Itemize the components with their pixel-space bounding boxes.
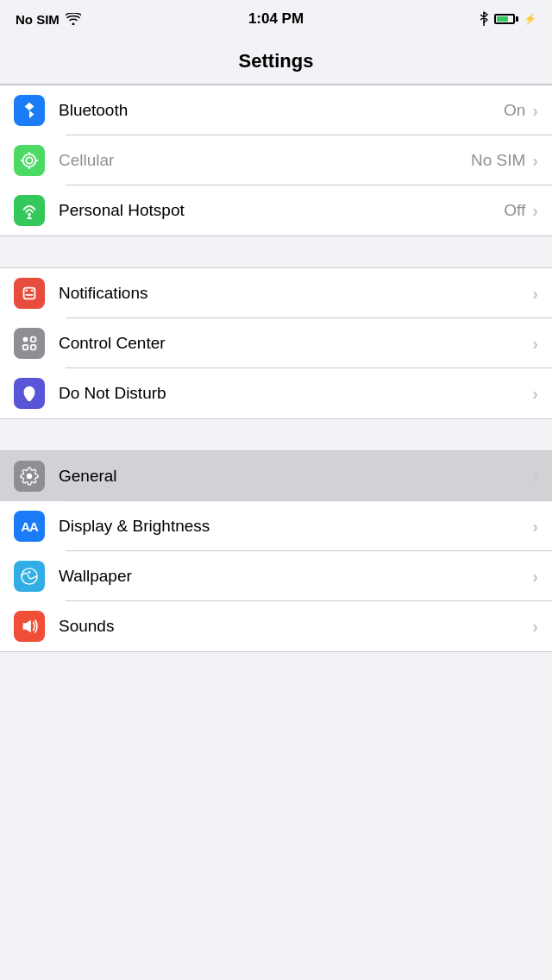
display-icon-text: AA xyxy=(21,519,38,534)
section-gap-2 xyxy=(0,419,552,450)
svg-rect-13 xyxy=(25,294,33,296)
do-not-disturb-icon xyxy=(14,378,45,409)
nav-bar: Settings xyxy=(0,38,552,85)
status-left: No SIM xyxy=(16,12,81,27)
control-center-label: Control Center xyxy=(59,334,525,353)
chevron-icon: › xyxy=(532,518,538,535)
chevron-icon: › xyxy=(532,568,538,585)
battery-icon xyxy=(494,14,518,24)
settings-row-bluetooth[interactable]: Bluetooth On › xyxy=(0,85,552,135)
bluetooth-icon xyxy=(14,95,45,126)
carrier-label: No SIM xyxy=(16,12,60,27)
status-bar: No SIM 1:04 PM ⚡ xyxy=(0,0,552,38)
cellular-label: Cellular xyxy=(59,151,471,170)
general-label: General xyxy=(59,467,525,486)
bluetooth-label: Bluetooth xyxy=(59,101,504,120)
page-title: Settings xyxy=(239,50,314,72)
svg-point-19 xyxy=(28,571,31,574)
wifi-icon xyxy=(66,13,81,25)
wallpaper-label: Wallpaper xyxy=(59,567,525,586)
settings-group-system1: Notifications › Control Center › Do Not … xyxy=(0,267,552,419)
charging-icon: ⚡ xyxy=(524,13,536,25)
svg-marker-20 xyxy=(23,620,31,633)
chevron-icon: › xyxy=(532,335,538,352)
hotspot-icon xyxy=(14,195,45,226)
chevron-icon: › xyxy=(532,102,538,119)
svg-point-2 xyxy=(26,157,32,163)
settings-row-control-center[interactable]: Control Center › xyxy=(0,318,552,368)
cellular-icon xyxy=(14,145,45,176)
sounds-label: Sounds xyxy=(59,617,525,636)
wallpaper-icon xyxy=(14,561,45,592)
status-right: ⚡ xyxy=(479,11,536,27)
do-not-disturb-label: Do Not Disturb xyxy=(59,384,525,403)
settings-row-notifications[interactable]: Notifications › xyxy=(0,268,552,318)
settings-row-hotspot[interactable]: Personal Hotspot Off › xyxy=(0,185,552,236)
chevron-icon: › xyxy=(532,285,538,302)
svg-point-7 xyxy=(28,213,31,217)
chevron-icon: › xyxy=(532,385,538,402)
settings-row-display[interactable]: AA Display & Brightness › xyxy=(0,501,552,551)
bluetooth-value: On xyxy=(504,101,525,120)
settings-row-cellular[interactable]: Cellular No SIM › xyxy=(0,135,552,185)
settings-row-sounds[interactable]: Sounds › xyxy=(0,601,552,651)
section-gap-1 xyxy=(0,236,552,267)
svg-rect-17 xyxy=(31,345,36,350)
settings-group-system2: General › AA Display & Brightness › Wall… xyxy=(0,450,552,652)
hotspot-label: Personal Hotspot xyxy=(59,201,504,220)
svg-point-12 xyxy=(31,289,34,292)
svg-point-1 xyxy=(23,154,36,167)
svg-rect-15 xyxy=(31,337,36,342)
svg-rect-14 xyxy=(23,337,28,342)
svg-point-11 xyxy=(25,289,28,292)
settings-row-general[interactable]: General › xyxy=(0,451,552,501)
display-label: Display & Brightness xyxy=(59,517,525,536)
bluetooth-status-icon xyxy=(479,11,489,27)
settings-row-wallpaper[interactable]: Wallpaper › xyxy=(0,551,552,601)
cellular-value: No SIM xyxy=(471,151,525,170)
chevron-icon: › xyxy=(532,618,538,635)
notifications-icon xyxy=(14,278,45,309)
svg-rect-10 xyxy=(24,288,35,299)
notifications-label: Notifications xyxy=(59,284,525,303)
settings-row-do-not-disturb[interactable]: Do Not Disturb › xyxy=(0,368,552,418)
settings-group-connectivity: Bluetooth On › Cellular No SIM › xyxy=(0,85,552,236)
svg-rect-16 xyxy=(23,345,28,350)
chevron-icon: › xyxy=(532,152,538,169)
status-time: 1:04 PM xyxy=(248,10,304,28)
hotspot-value: Off xyxy=(504,201,525,220)
sounds-icon xyxy=(14,611,45,642)
svg-point-18 xyxy=(27,474,32,479)
general-icon xyxy=(14,461,45,492)
chevron-icon: › xyxy=(532,468,538,485)
control-center-icon xyxy=(14,328,45,359)
chevron-icon: › xyxy=(532,202,538,219)
display-icon: AA xyxy=(14,511,45,542)
